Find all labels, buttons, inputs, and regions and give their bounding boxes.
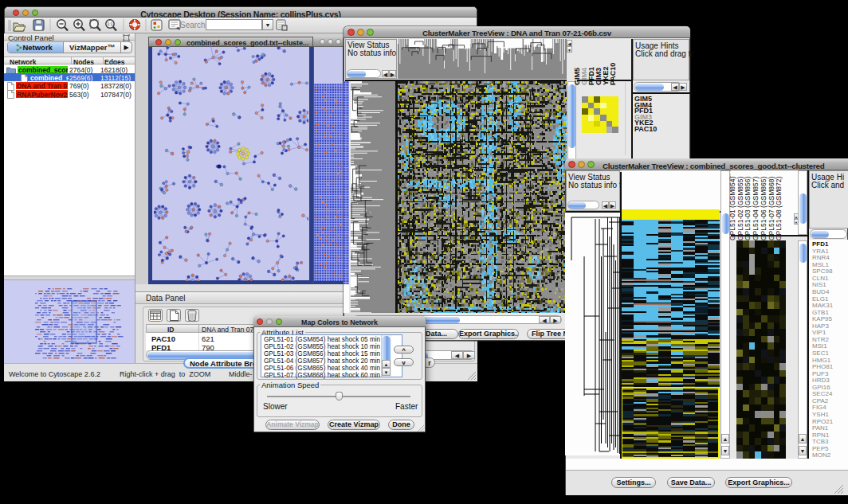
svg-text:1:1: 1:1: [108, 21, 113, 26]
